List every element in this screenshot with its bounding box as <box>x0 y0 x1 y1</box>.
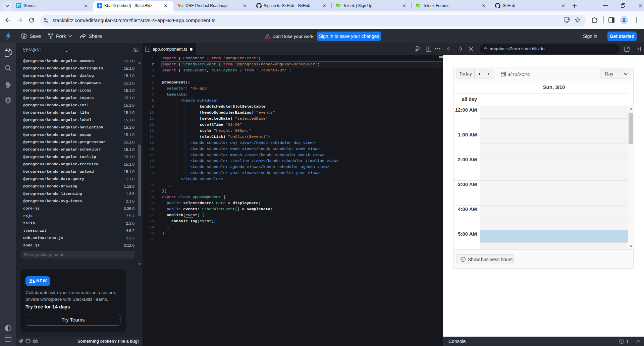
svg-text:TS: TS <box>146 48 149 51</box>
